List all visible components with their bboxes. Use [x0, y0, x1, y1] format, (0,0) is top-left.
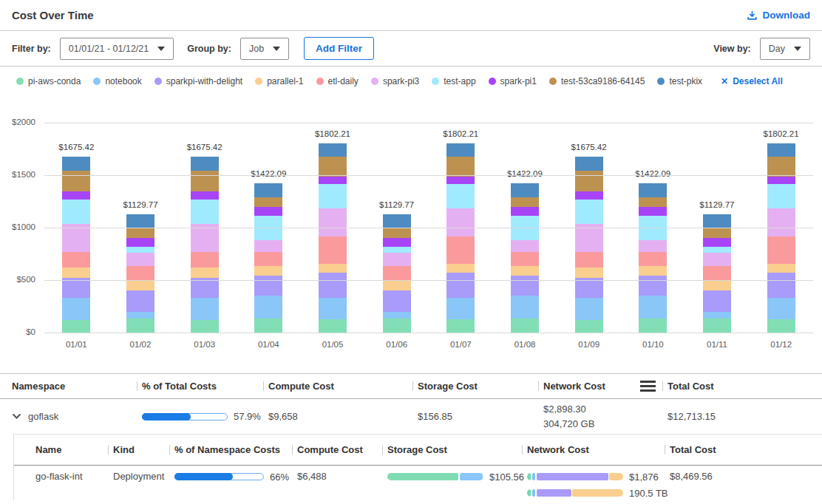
bar-segment-spark-pi3[interactable]	[254, 240, 282, 252]
bar-segment-test-pkix[interactable]	[703, 214, 731, 228]
bar-segment-etl-daily[interactable]	[191, 252, 219, 268]
bar-segment-etl-daily[interactable]	[575, 252, 603, 268]
stacked-bar-01/03[interactable]: $1675.42	[191, 157, 219, 333]
bar-segment-spark-pi1[interactable]	[62, 191, 90, 199]
bar-segment-pi-aws-conda[interactable]	[703, 319, 731, 333]
bar-segment-parallel-1[interactable]	[446, 264, 475, 273]
bar-segment-test-pkix[interactable]	[446, 143, 475, 156]
legend-item-spark-pi1[interactable]: spark-pi1	[489, 76, 537, 86]
legend-item-notebook[interactable]: notebook	[93, 76, 141, 86]
bar-segment-notebook[interactable]	[703, 312, 731, 319]
stacked-bar-01/05[interactable]: $1802.21	[319, 143, 347, 333]
bar-segment-test-app[interactable]	[383, 247, 411, 253]
bar-segment-etl-daily[interactable]	[767, 236, 795, 264]
bar-segment-pi-aws-conda[interactable]	[767, 319, 795, 333]
bar-segment-spark-pi3[interactable]	[383, 253, 411, 266]
bar-segment-test-pkix[interactable]	[191, 157, 219, 170]
bar-segment-notebook[interactable]	[575, 298, 603, 319]
bar-segment-test-pkix[interactable]	[511, 183, 539, 197]
namespace-name[interactable]: goflask	[28, 411, 58, 422]
nested-col-header-kind[interactable]: Kind	[113, 444, 174, 455]
bar-segment-parallel-1[interactable]	[639, 266, 667, 276]
bar-segment-test-53ca9186-64145[interactable]	[575, 171, 603, 192]
bar-segment-test-53ca9186-64145[interactable]	[191, 171, 219, 192]
col-header-namespace[interactable]: Namespace	[12, 381, 142, 392]
bar-segment-spark-pi3[interactable]	[639, 240, 667, 252]
nested-col-header-storage[interactable]: Storage Cost	[387, 444, 527, 455]
bar-segment-sparkpi-with-delight[interactable]	[254, 276, 282, 296]
bar-segment-spark-pi1[interactable]	[639, 207, 667, 216]
bar-segment-etl-daily[interactable]	[639, 252, 667, 267]
bar-segment-spark-pi1[interactable]	[703, 238, 731, 247]
view-by-select[interactable]: Day	[760, 38, 810, 60]
bar-segment-pi-aws-conda[interactable]	[254, 319, 282, 333]
bar-segment-test-app[interactable]	[126, 247, 154, 253]
stacked-bar-01/01[interactable]: $1675.42	[62, 157, 90, 333]
bar-segment-test-53ca9186-64145[interactable]	[767, 157, 795, 177]
bar-segment-test-pkix[interactable]	[254, 183, 282, 197]
bar-segment-notebook[interactable]	[126, 312, 154, 319]
bar-segment-spark-pi1[interactable]	[191, 191, 219, 199]
bar-segment-test-app[interactable]	[319, 184, 347, 208]
bar-segment-test-app[interactable]	[446, 184, 475, 208]
bar-segment-etl-daily[interactable]	[703, 266, 731, 280]
stacked-bar-01/06[interactable]: $1129.77	[383, 214, 411, 333]
bar-segment-test-app[interactable]	[62, 200, 90, 225]
bar-segment-parallel-1[interactable]	[575, 268, 603, 278]
group-by-select[interactable]: Job	[240, 38, 289, 60]
bar-segment-notebook[interactable]	[319, 298, 347, 319]
bar-segment-spark-pi1[interactable]	[319, 177, 347, 184]
bar-segment-spark-pi3[interactable]	[767, 208, 795, 236]
col-header-pct-total[interactable]: % of Total Costs	[142, 381, 268, 392]
bar-segment-notebook[interactable]	[511, 296, 539, 319]
bar-segment-sparkpi-with-delight[interactable]	[383, 290, 411, 313]
bar-segment-notebook[interactable]	[639, 296, 667, 319]
bar-segment-spark-pi1[interactable]	[126, 238, 154, 247]
bar-segment-test-pkix[interactable]	[639, 183, 667, 197]
chevron-down-icon[interactable]	[12, 413, 21, 420]
bar-segment-pi-aws-conda[interactable]	[511, 319, 539, 333]
bar-segment-spark-pi1[interactable]	[575, 191, 603, 199]
bar-segment-spark-pi1[interactable]	[254, 207, 282, 216]
nested-col-header-name[interactable]: Name	[35, 444, 113, 455]
add-filter-button[interactable]: Add Filter	[304, 37, 374, 60]
bar-segment-test-53ca9186-64145[interactable]	[126, 228, 154, 238]
bar-segment-test-53ca9186-64145[interactable]	[703, 228, 731, 238]
bar-segment-sparkpi-with-delight[interactable]	[511, 276, 539, 296]
bar-segment-test-53ca9186-64145[interactable]	[319, 157, 347, 177]
menu-icon[interactable]	[640, 381, 656, 392]
bar-segment-sparkpi-with-delight[interactable]	[703, 290, 731, 313]
col-header-compute[interactable]: Compute Cost	[268, 381, 418, 392]
bar-segment-notebook[interactable]	[446, 298, 475, 319]
bar-segment-spark-pi3[interactable]	[446, 208, 475, 236]
stacked-bar-01/10[interactable]: $1422.09	[639, 183, 667, 333]
nested-col-header-network[interactable]: Network Cost	[527, 444, 670, 455]
stacked-bar-01/11[interactable]: $1129.77	[703, 214, 731, 333]
bar-segment-etl-daily[interactable]	[319, 236, 347, 264]
bar-segment-pi-aws-conda[interactable]	[446, 319, 475, 333]
bar-segment-parallel-1[interactable]	[383, 280, 411, 290]
bar-segment-test-pkix[interactable]	[575, 157, 603, 170]
bar-segment-spark-pi3[interactable]	[319, 208, 347, 236]
bar-segment-sparkpi-with-delight[interactable]	[639, 276, 667, 296]
bar-segment-pi-aws-conda[interactable]	[639, 319, 667, 333]
legend-item-pi-aws-conda[interactable]: pi-aws-conda	[16, 76, 81, 86]
bar-segment-pi-aws-conda[interactable]	[62, 320, 90, 333]
bar-segment-spark-pi1[interactable]	[383, 238, 411, 247]
bar-segment-etl-daily[interactable]	[126, 266, 154, 280]
bar-segment-notebook[interactable]	[62, 298, 90, 319]
bar-segment-etl-daily[interactable]	[383, 266, 411, 280]
col-header-total[interactable]: Total Cost	[668, 381, 822, 392]
legend-item-spark-pi3[interactable]: spark-pi3	[371, 76, 419, 86]
legend-item-sparkpi-with-delight[interactable]: sparkpi-with-delight	[154, 76, 242, 86]
bar-segment-test-pkix[interactable]	[62, 157, 90, 170]
bar-segment-sparkpi-with-delight[interactable]	[767, 273, 795, 299]
bar-segment-parallel-1[interactable]	[703, 280, 731, 290]
bar-segment-pi-aws-conda[interactable]	[383, 319, 411, 333]
bar-segment-parallel-1[interactable]	[767, 264, 795, 273]
stacked-bar-01/04[interactable]: $1422.09	[254, 183, 282, 333]
nested-col-header-pct-ns[interactable]: % of Namespace Costs	[174, 444, 297, 455]
date-range-select[interactable]: 01/01/21 - 01/12/21	[60, 38, 174, 60]
bar-segment-notebook[interactable]	[767, 298, 795, 319]
bar-segment-spark-pi3[interactable]	[703, 253, 731, 266]
